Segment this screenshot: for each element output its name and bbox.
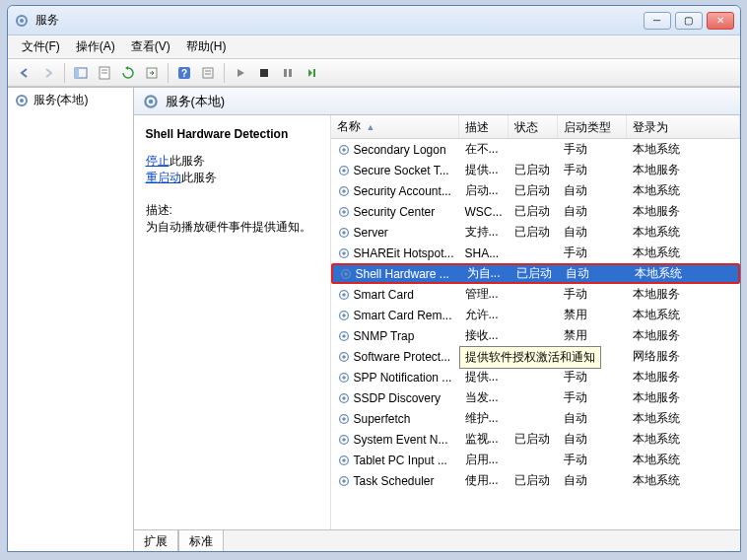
service-row[interactable]: Server支持...已启动自动本地系统 [331,222,740,243]
list-button[interactable] [197,62,219,84]
right-header: 服务(本地) [134,88,740,115]
restart-service-button[interactable] [301,62,322,84]
svg-point-38 [342,314,346,317]
tab-extended[interactable]: 扩展 [134,530,178,551]
right-header-label: 服务(本地) [166,93,226,110]
menu-help[interactable]: 帮助(H) [178,35,235,58]
titlebar[interactable]: 服务 ─ ▢ ✕ [8,6,740,35]
service-desc: WSC... [459,203,509,221]
tree-pane[interactable]: 服务(本地) [8,88,134,551]
gear-icon [337,454,351,467]
gear-icon [337,226,351,240]
service-status [509,293,558,297]
pause-service-button[interactable] [277,62,299,84]
service-status [509,396,558,400]
show-hide-tree-button[interactable] [70,62,92,84]
service-row[interactable]: Security CenterWSC...已启动自动本地服务 [331,201,740,222]
gear-icon [337,309,351,322]
refresh-icon [121,66,135,80]
service-row[interactable]: Security Account...启动...已启动自动本地系统 [331,180,740,201]
col-header-name[interactable]: 名称▲ [331,115,459,138]
forward-button[interactable] [37,62,59,84]
tree-item-services-local[interactable]: 服务(本地) [8,88,133,112]
service-logon: 本地系统 [627,305,740,325]
service-name: Secondary Logon [354,143,446,157]
service-row[interactable]: SPP Notification ...提供...手动本地服务 [331,367,740,387]
back-button[interactable] [14,62,35,84]
maximize-button[interactable]: ▢ [675,12,703,30]
service-name: Smart Card Rem... [354,309,452,322]
service-logon: 本地系统 [629,263,738,284]
tab-standard[interactable]: 标准 [178,530,224,551]
service-desc: 管理... [459,284,509,305]
service-status [509,417,558,421]
pause-icon [282,67,294,79]
start-service-button[interactable] [230,62,251,84]
stop-service-button[interactable] [253,62,275,84]
stop-link[interactable]: 停止 [146,154,170,168]
service-name: Secure Socket T... [354,164,449,177]
svg-point-40 [342,334,346,338]
service-row[interactable]: Secure Socket T...提供...已启动手动本地服务 [331,160,740,180]
service-startup: 自动 [558,429,627,450]
service-logon: 本地服务 [627,367,740,387]
col-header-startup[interactable]: 启动类型 [558,115,627,138]
service-status: 已启动 [510,263,560,284]
service-name: Security Account... [354,184,451,198]
tooltip: 提供软件授权激活和通知 [459,346,601,369]
service-desc: 当发... [459,387,509,408]
svg-rect-10 [203,68,213,78]
svg-point-42 [342,355,346,359]
service-logon: 本地系统 [627,243,740,263]
menu-action[interactable]: 操作(A) [68,35,123,58]
svg-point-28 [342,210,346,214]
properties-button[interactable] [94,62,115,84]
gear-icon [337,205,351,219]
service-startup: 禁用 [558,305,627,325]
service-status: 已启动 [509,429,558,450]
service-row[interactable]: System Event N...监视...已启动自动本地系统 [331,429,740,450]
service-desc: 为自... [461,263,510,284]
restart-icon [306,67,317,79]
export-button[interactable] [141,62,163,84]
menu-view[interactable]: 查看(V) [123,35,178,58]
gear-icon [337,184,351,198]
service-row[interactable]: SNMP Trap接收...禁用本地服务 [331,325,740,346]
gear-icon [337,164,351,177]
col-header-desc[interactable]: 描述 [459,115,509,138]
refresh-button[interactable] [117,62,139,84]
service-desc: 监视... [459,429,509,450]
service-row[interactable]: Smart Card Rem...允许...禁用本地系统 [331,305,740,325]
service-logon: 本地系统 [627,222,740,243]
service-row[interactable]: SHAREit Hotspot...SHA...手动本地系统 [331,243,740,263]
service-startup: 自动 [558,470,627,491]
service-desc: 维护... [459,408,509,429]
service-row[interactable]: Superfetch维护...自动本地系统 [331,408,740,429]
service-row[interactable]: Task Scheduler使用...已启动自动本地系统 [331,470,740,491]
col-header-status[interactable]: 状态 [509,115,558,138]
restart-link[interactable]: 重启动 [146,171,181,184]
service-row[interactable]: Secondary Logon在不...手动本地系统 [331,139,740,160]
services-list[interactable]: 名称▲ 描述 状态 启动类型 登录为 Secondary Logon在不...手… [331,115,740,529]
service-row[interactable]: Tablet PC Input ...启用...手动本地系统 [331,450,740,470]
svg-point-26 [342,189,346,193]
service-row[interactable]: SSDP Discovery当发...手动本地服务 [331,387,740,408]
svg-point-22 [342,148,346,152]
menu-file[interactable]: 文件(F) [14,35,68,58]
gear-icon [337,246,351,260]
help-button[interactable]: ? [173,62,195,84]
service-desc: 允许... [459,305,509,325]
service-status: 已启动 [509,180,558,201]
service-row[interactable]: Shell Hardware ...为自...已启动自动本地系统 [331,263,740,284]
svg-point-54 [342,479,346,483]
svg-rect-3 [75,68,79,78]
close-button[interactable]: ✕ [707,12,734,30]
menubar: 文件(F) 操作(A) 查看(V) 帮助(H) [8,35,740,59]
col-header-logon[interactable]: 登录为 [627,115,740,138]
service-status [509,376,558,380]
service-logon: 本地系统 [627,470,740,491]
service-row[interactable]: Smart Card管理...手动本地服务 [331,284,740,305]
service-logon: 本地系统 [627,408,740,429]
minimize-button[interactable]: ─ [644,12,671,30]
service-desc: 启动... [459,180,509,201]
